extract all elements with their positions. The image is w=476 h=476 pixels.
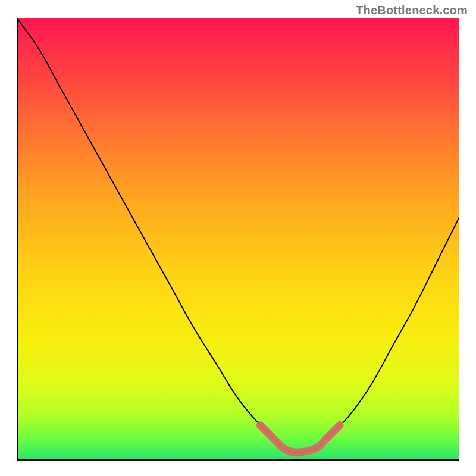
attribution-text: TheBottleneck.com: [356, 4, 468, 17]
bottleneck-curve: [17, 18, 459, 452]
optimal-range-highlight: [260, 425, 340, 452]
plot-area: [17, 18, 459, 461]
plot-svg: [17, 18, 459, 461]
chart-canvas: TheBottleneck.com: [0, 0, 476, 476]
